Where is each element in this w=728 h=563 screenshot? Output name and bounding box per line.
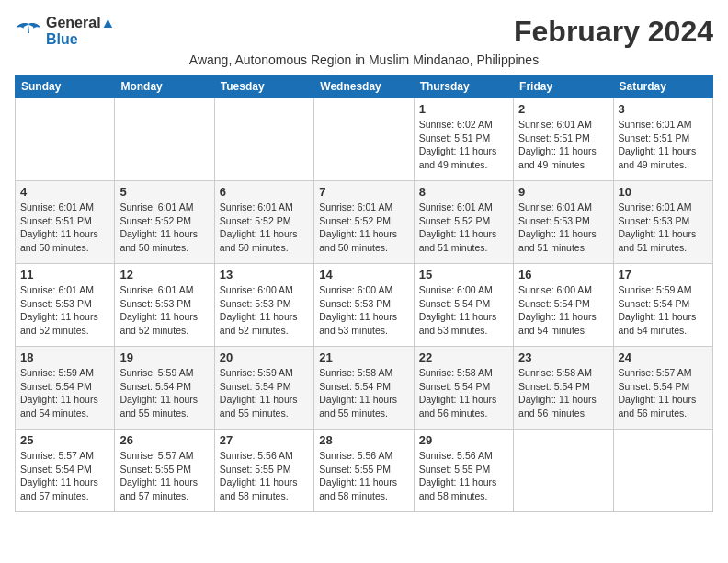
calendar-cell: 22Sunrise: 5:58 AMSunset: 5:54 PMDayligh…	[414, 347, 513, 430]
calendar-cell: 21Sunrise: 5:58 AMSunset: 5:54 PMDayligh…	[314, 347, 414, 430]
day-detail: Sunrise: 6:00 AMSunset: 5:54 PMDaylight:…	[518, 283, 608, 338]
calendar-cell: 9Sunrise: 6:01 AMSunset: 5:53 PMDaylight…	[514, 181, 613, 264]
day-detail: Sunrise: 6:00 AMSunset: 5:53 PMDaylight:…	[319, 283, 408, 338]
day-number: 29	[419, 433, 508, 447]
day-number: 23	[518, 350, 608, 364]
day-number: 18	[20, 350, 109, 364]
calendar-cell: 11Sunrise: 6:01 AMSunset: 5:53 PMDayligh…	[16, 264, 115, 347]
calendar-cell: 13Sunrise: 6:00 AMSunset: 5:53 PMDayligh…	[214, 264, 313, 347]
day-number: 25	[20, 433, 109, 447]
calendar-cell: 25Sunrise: 5:57 AMSunset: 5:54 PMDayligh…	[16, 430, 115, 512]
day-number: 12	[119, 268, 209, 282]
day-detail: Sunrise: 5:58 AMSunset: 5:54 PMDaylight:…	[319, 366, 408, 420]
calendar-cell: 18Sunrise: 5:59 AMSunset: 5:54 PMDayligh…	[16, 347, 115, 430]
calendar-header-row: SundayMondayTuesdayWednesdayThursdayFrid…	[16, 75, 713, 98]
calendar-cell: 19Sunrise: 5:59 AMSunset: 5:54 PMDayligh…	[115, 347, 214, 430]
day-detail: Sunrise: 6:00 AMSunset: 5:54 PMDaylight:…	[419, 283, 508, 338]
calendar-cell	[16, 98, 115, 181]
day-detail: Sunrise: 6:01 AMSunset: 5:52 PMDaylight:…	[319, 201, 408, 255]
day-number: 17	[619, 268, 708, 282]
day-detail: Sunrise: 6:01 AMSunset: 5:52 PMDaylight:…	[119, 201, 209, 255]
day-detail: Sunrise: 5:59 AMSunset: 5:54 PMDaylight:…	[220, 366, 309, 420]
calendar-week-4: 25Sunrise: 5:57 AMSunset: 5:54 PMDayligh…	[16, 430, 713, 512]
day-number: 10	[619, 185, 708, 199]
day-detail: Sunrise: 6:01 AMSunset: 5:53 PMDaylight:…	[119, 283, 209, 338]
day-detail: Sunrise: 5:59 AMSunset: 5:54 PMDaylight:…	[20, 366, 109, 420]
day-detail: Sunrise: 6:01 AMSunset: 5:51 PMDaylight:…	[619, 118, 708, 172]
day-detail: Sunrise: 6:02 AMSunset: 5:51 PMDaylight:…	[419, 118, 508, 172]
day-detail: Sunrise: 5:59 AMSunset: 5:54 PMDaylight:…	[619, 283, 708, 338]
day-detail: Sunrise: 5:56 AMSunset: 5:55 PMDaylight:…	[319, 449, 408, 503]
weekday-header-wednesday: Wednesday	[314, 75, 414, 98]
day-number: 14	[319, 268, 408, 282]
day-number: 13	[220, 268, 309, 282]
calendar-cell	[115, 98, 214, 181]
calendar-table: SundayMondayTuesdayWednesdayThursdayFrid…	[15, 75, 713, 512]
day-detail: Sunrise: 6:01 AMSunset: 5:51 PMDaylight:…	[518, 118, 608, 172]
day-detail: Sunrise: 6:01 AMSunset: 5:52 PMDaylight:…	[419, 201, 508, 255]
day-detail: Sunrise: 5:56 AMSunset: 5:55 PMDaylight:…	[220, 449, 309, 503]
day-detail: Sunrise: 5:59 AMSunset: 5:54 PMDaylight:…	[119, 366, 209, 420]
day-detail: Sunrise: 6:01 AMSunset: 5:53 PMDaylight:…	[518, 201, 608, 255]
day-number: 19	[119, 350, 209, 364]
day-detail: Sunrise: 6:01 AMSunset: 5:51 PMDaylight:…	[20, 201, 109, 255]
day-detail: Sunrise: 5:57 AMSunset: 5:54 PMDaylight:…	[20, 449, 109, 503]
day-number: 6	[220, 185, 309, 199]
day-number: 21	[319, 350, 408, 364]
calendar-cell	[214, 98, 313, 181]
day-number: 8	[419, 185, 508, 199]
calendar-cell: 15Sunrise: 6:00 AMSunset: 5:54 PMDayligh…	[414, 264, 513, 347]
day-number: 22	[419, 350, 508, 364]
logo-icon	[15, 20, 42, 42]
day-number: 27	[220, 433, 309, 447]
calendar-cell: 5Sunrise: 6:01 AMSunset: 5:52 PMDaylight…	[115, 181, 214, 264]
calendar-cell: 27Sunrise: 5:56 AMSunset: 5:55 PMDayligh…	[214, 430, 313, 512]
weekday-header-sunday: Sunday	[16, 75, 115, 98]
day-number: 20	[220, 350, 309, 364]
day-detail: Sunrise: 6:00 AMSunset: 5:53 PMDaylight:…	[220, 283, 309, 338]
day-number: 9	[518, 185, 608, 199]
calendar-week-1: 4Sunrise: 6:01 AMSunset: 5:51 PMDaylight…	[16, 181, 713, 264]
day-number: 26	[119, 433, 209, 447]
logo-text: General▲ Blue	[46, 15, 115, 48]
calendar-cell: 3Sunrise: 6:01 AMSunset: 5:51 PMDaylight…	[613, 98, 712, 181]
calendar-cell: 23Sunrise: 5:58 AMSunset: 5:54 PMDayligh…	[514, 347, 613, 430]
weekday-header-tuesday: Tuesday	[214, 75, 313, 98]
day-number: 3	[619, 102, 708, 116]
weekday-header-thursday: Thursday	[414, 75, 513, 98]
day-number: 24	[619, 350, 708, 364]
calendar-week-2: 11Sunrise: 6:01 AMSunset: 5:53 PMDayligh…	[16, 264, 713, 347]
page-header: General▲ Blue February 2024	[15, 15, 713, 49]
day-detail: Sunrise: 5:57 AMSunset: 5:54 PMDaylight:…	[619, 366, 708, 420]
day-number: 16	[518, 268, 608, 282]
calendar-cell: 24Sunrise: 5:57 AMSunset: 5:54 PMDayligh…	[613, 347, 712, 430]
calendar-cell: 12Sunrise: 6:01 AMSunset: 5:53 PMDayligh…	[115, 264, 214, 347]
day-number: 11	[20, 268, 109, 282]
weekday-header-friday: Friday	[514, 75, 613, 98]
calendar-cell: 6Sunrise: 6:01 AMSunset: 5:52 PMDaylight…	[214, 181, 313, 264]
day-number: 2	[518, 102, 608, 116]
weekday-header-monday: Monday	[115, 75, 214, 98]
calendar-cell: 1Sunrise: 6:02 AMSunset: 5:51 PMDaylight…	[414, 98, 513, 181]
day-number: 28	[319, 433, 408, 447]
calendar-cell	[613, 430, 712, 512]
logo: General▲ Blue	[15, 15, 115, 48]
day-detail: Sunrise: 5:57 AMSunset: 5:55 PMDaylight:…	[119, 449, 209, 503]
day-number: 5	[119, 185, 209, 199]
day-detail: Sunrise: 5:56 AMSunset: 5:55 PMDaylight:…	[419, 449, 508, 503]
calendar-cell: 7Sunrise: 6:01 AMSunset: 5:52 PMDaylight…	[314, 181, 414, 264]
day-detail: Sunrise: 5:58 AMSunset: 5:54 PMDaylight:…	[518, 366, 608, 420]
calendar-cell: 4Sunrise: 6:01 AMSunset: 5:51 PMDaylight…	[16, 181, 115, 264]
calendar-cell: 28Sunrise: 5:56 AMSunset: 5:55 PMDayligh…	[314, 430, 414, 512]
day-detail: Sunrise: 6:01 AMSunset: 5:52 PMDaylight:…	[220, 201, 309, 255]
calendar-cell: 10Sunrise: 6:01 AMSunset: 5:53 PMDayligh…	[613, 181, 712, 264]
day-number: 1	[419, 102, 508, 116]
calendar-week-0: 1Sunrise: 6:02 AMSunset: 5:51 PMDaylight…	[16, 98, 713, 181]
calendar-cell: 26Sunrise: 5:57 AMSunset: 5:55 PMDayligh…	[115, 430, 214, 512]
calendar-week-3: 18Sunrise: 5:59 AMSunset: 5:54 PMDayligh…	[16, 347, 713, 430]
day-detail: Sunrise: 5:58 AMSunset: 5:54 PMDaylight:…	[419, 366, 508, 420]
calendar-cell: 29Sunrise: 5:56 AMSunset: 5:55 PMDayligh…	[414, 430, 513, 512]
day-detail: Sunrise: 6:01 AMSunset: 5:53 PMDaylight:…	[619, 201, 708, 255]
day-number: 4	[20, 185, 109, 199]
month-title: February 2024	[514, 15, 713, 49]
